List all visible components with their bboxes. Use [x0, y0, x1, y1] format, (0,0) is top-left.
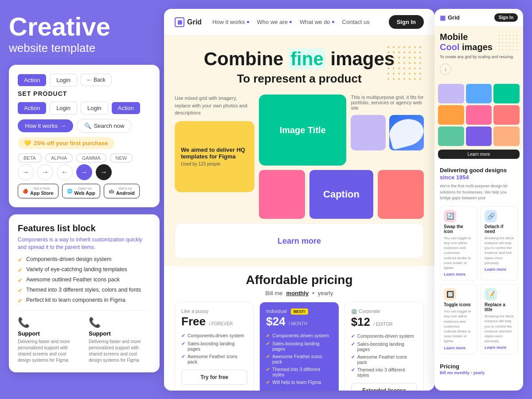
right-hero-sub: To create any grid by scaling and resizi…	[440, 54, 518, 60]
discount-row: 💛 25% off your first purchase	[18, 137, 151, 149]
login-button-2[interactable]: Login	[50, 102, 77, 115]
feature-item-4: ✔ Themed into 3 different styles, colors…	[18, 287, 151, 294]
corporate-plan-card: 🏢 Corporate $12 / EDITOR ✔Components-dri…	[344, 302, 424, 391]
feat-toggle-learn-more[interactable]: Learn more	[444, 346, 473, 350]
nav-dot-1	[247, 21, 249, 23]
feat-detach-learn-more[interactable]: Learn more	[485, 267, 514, 272]
ind-feature-3: ✔Awesome Feather icons pack	[266, 354, 332, 364]
android-button[interactable]: 🤖 Get it on Android	[104, 184, 140, 198]
feature-item-1: ✔ Components-driven design system	[18, 256, 151, 263]
corp-feature-1: ✔Components-driven system	[351, 333, 417, 339]
billing-monthly[interactable]: monthly	[286, 290, 309, 296]
free-feature-1: ✔Components-driven system	[181, 333, 247, 339]
nav-what-we-do[interactable]: What we do	[300, 19, 334, 25]
feat-replace-learn-more[interactable]: Learn more	[485, 345, 514, 350]
feat-swap-learn-more[interactable]: Learn more	[444, 272, 473, 277]
ind-feature-2: ✔Sales-boosting landing pages	[266, 341, 332, 352]
right-pricing: Pricing Bill me monthly • yearly	[434, 359, 523, 375]
corp-feature-3: ✔Awesome Feather icons pack	[351, 354, 417, 365]
corp-feature-4: ✔Themed into 3 different styles	[351, 367, 417, 378]
right-content-title: Delivering good designs since 1954	[440, 167, 518, 182]
arrow-next-active[interactable]: →	[76, 164, 92, 180]
nav-signin-button[interactable]: Sign In	[389, 15, 424, 29]
how-it-works-button[interactable]: How it works →	[18, 119, 73, 132]
action-button-2[interactable]: Action	[18, 102, 46, 114]
nav-how-it-works[interactable]: How it works	[212, 19, 249, 25]
billing-row: Bill me monthly • yearly	[175, 290, 424, 296]
feat-swap-text: You can toggle to any icon within instan…	[444, 236, 473, 270]
tag-beta: BETA	[18, 154, 42, 162]
grid-left-col: Use mixed grid with imagery, replace wit…	[175, 95, 254, 219]
grid-cell-green	[438, 126, 464, 146]
arrow-row: → → ← → →	[18, 164, 151, 180]
nav-who-we-are[interactable]: Who we are	[257, 19, 292, 25]
feat-detach-icon-card: 🔗 Detach if need Breaking the block inst…	[481, 206, 518, 280]
pricing-cards: Like a pussy Free / FOREVER ✔Components-…	[175, 302, 424, 391]
corporate-plan-cta[interactable]: Extended license	[351, 383, 417, 391]
arrow-left-icon: ←	[86, 77, 92, 83]
right-hero-down-button[interactable]: ↓	[440, 63, 451, 75]
promo-card: We aimed to deliver HQ templates for Fig…	[175, 121, 254, 192]
right-content-text: We're the first multi-purpose design kit…	[440, 183, 518, 201]
feat-toggle-icon-card: 🔲 Toggle icons You can toggle to any ico…	[440, 284, 477, 354]
detach-icon: 🔗	[485, 210, 497, 222]
login-button-3[interactable]: Login	[81, 102, 108, 115]
right-nav-logo: ▦ Grid	[440, 14, 460, 21]
ind-feature-1: ✔Components-driven system	[266, 333, 332, 339]
toggle-icon: 🔲	[444, 288, 456, 300]
free-feature-3: ✔Awesome Feather icons pack	[181, 354, 247, 364]
free-plan-cta[interactable]: Try for free	[181, 370, 247, 385]
web-app-button[interactable]: 🌐 Open on Web App	[62, 184, 100, 198]
learn-more-section: Learn more	[164, 219, 434, 266]
individual-plan-card: Individual BEST! $24 / MONTH ✔Components…	[259, 302, 339, 391]
nav-dot-2	[289, 21, 292, 23]
button-row-1: Action Login ← Back SET PRODUCT	[18, 74, 151, 97]
action-button-3[interactable]: Action	[112, 102, 140, 114]
arrow-next-dark[interactable]: →	[96, 164, 112, 180]
feat-replace-icon-card: 📝 Replace a title Breaking the block ins…	[481, 284, 518, 354]
search-button[interactable]: 🔍 Search now	[77, 119, 132, 133]
nav-contact-us[interactable]: Contact us	[342, 19, 370, 25]
nav-logo-icon: ▦	[175, 17, 184, 27]
hero-subheading: To represent a product	[177, 72, 421, 86]
free-plan-features: ✔Components-driven system ✔Sales-boostin…	[181, 333, 247, 364]
feat-replace-title: Replace a title	[485, 302, 514, 312]
pricing-section: Affordable pricing Bill me monthly • yea…	[164, 266, 434, 391]
nav-logo: ▦ Grid	[175, 17, 202, 27]
billing-yearly[interactable]: yearly	[318, 290, 333, 296]
right-nav: ▦ Grid Sign In	[434, 9, 523, 27]
arrow-prev-1[interactable]: →	[18, 164, 34, 180]
apple-icon: 🍎	[23, 189, 28, 194]
arrow-prev-2[interactable]: →	[37, 164, 53, 180]
android-icon: 🤖	[109, 189, 114, 194]
login-button-1[interactable]: Login	[50, 74, 77, 87]
app-store-button[interactable]: 🍎 Get it from App Store	[18, 184, 59, 198]
right-pricing-title: Pricing	[440, 363, 518, 370]
web-icon: 🌐	[67, 189, 72, 194]
right-signin-button[interactable]: Sign In	[494, 13, 518, 22]
grid-row-2: Caption	[259, 170, 424, 219]
free-plan-price: Free / FOREVER	[181, 315, 247, 328]
right-learn-more-button[interactable]: Learn more	[438, 150, 520, 159]
feat-toggle-title: Toggle icons	[444, 302, 473, 307]
arrow-prev-3[interactable]: ←	[57, 164, 73, 180]
grid-left-text: Use mixed grid with imagery, replace wit…	[175, 95, 254, 117]
photo-card	[389, 115, 424, 150]
tag-new: NEW	[110, 154, 133, 162]
corporate-plan-price: $12 / EDITOR	[351, 315, 417, 329]
grid-cell-lavender	[438, 84, 464, 103]
ind-feature-5: ✔Will help to learn Figma	[266, 379, 332, 385]
individual-plan-features: ✔Components-driven system ✔Sales-boostin…	[266, 333, 332, 385]
ind-feature-4: ✔Themed into 3 different styles	[266, 367, 332, 377]
back-button[interactable]: ← Back	[81, 74, 111, 86]
feat-detach-title: Detach if need	[485, 224, 514, 234]
grid-cell-red	[493, 105, 520, 125]
feature-item-3: ✔ Awesome outlined Feather icons pack	[18, 277, 151, 284]
grid-cell-blue	[466, 84, 492, 103]
learn-more-card: Learn more	[175, 223, 424, 259]
action-button-1[interactable]: Action	[18, 74, 46, 86]
support-icon-1: 📞	[18, 317, 80, 328]
support-icon-2: 📞	[89, 317, 151, 328]
learn-more-button[interactable]: Learn more	[278, 237, 321, 246]
features-subtitle: Components is a way to inherit customiza…	[18, 236, 151, 251]
